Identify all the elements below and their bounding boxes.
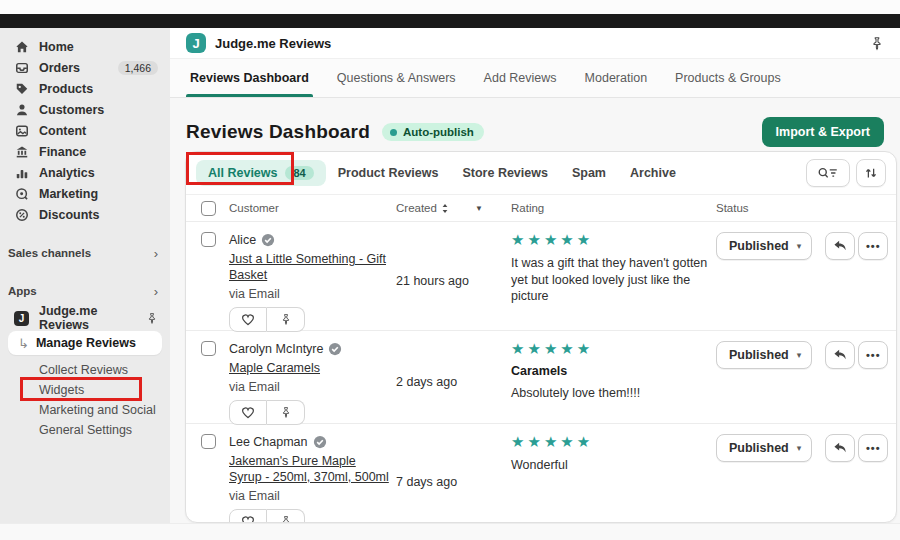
review-row: Carolyn McIntyre Maple Caramels via Emai…: [186, 331, 896, 424]
status-dropdown[interactable]: Published▾: [716, 232, 812, 260]
product-link[interactable]: Jakeman's Pure Maple Syrup - 250ml, 370m…: [229, 453, 389, 485]
tab-products-groups[interactable]: Products & Groups: [661, 59, 795, 97]
reply-button[interactable]: [825, 232, 855, 260]
tab-questions-answers[interactable]: Questions & Answers: [323, 59, 470, 97]
row-checkbox[interactable]: [201, 232, 216, 247]
favorite-button[interactable]: [229, 307, 267, 332]
more-options-button[interactable]: •••: [858, 434, 888, 462]
column-header-created[interactable]: Created: [396, 202, 437, 214]
import-export-button[interactable]: Import & Export: [762, 117, 884, 147]
row-checkbox[interactable]: [201, 341, 216, 356]
sidebar-item-general-settings[interactable]: General Settings: [0, 420, 170, 440]
review-body: Absolutely love them!!!!: [511, 385, 711, 402]
tab-add-reviews[interactable]: Add Reviews: [470, 59, 571, 97]
product-link[interactable]: Maple Caramels: [229, 360, 389, 376]
pin-icon[interactable]: [146, 312, 158, 325]
filter-tab-product-reviews[interactable]: Product Reviews: [326, 160, 451, 186]
sort-arrows-icon: [864, 166, 878, 180]
sidebar-item-discounts[interactable]: Discounts: [0, 204, 170, 225]
page-title: Reviews Dashboard: [186, 121, 370, 143]
pin-review-button[interactable]: [267, 509, 305, 523]
reply-arrow-icon: [833, 442, 847, 454]
more-options-button[interactable]: •••: [858, 232, 888, 260]
branch-arrow-icon: ↳: [18, 336, 29, 351]
product-link[interactable]: Just a Little Something - Gift Basket: [229, 251, 389, 283]
chart-icon: [14, 165, 29, 180]
more-options-button[interactable]: •••: [858, 341, 888, 369]
column-header-rating[interactable]: Rating: [511, 202, 716, 214]
star-rating: ★★★★★: [511, 232, 716, 248]
search-filter-button[interactable]: [806, 159, 850, 187]
sidebar-item-home[interactable]: Home: [0, 36, 170, 57]
discount-icon: [14, 207, 29, 222]
reply-button[interactable]: [825, 434, 855, 462]
search-icon: [817, 166, 839, 180]
sidebar-item-marketing[interactable]: Marketing: [0, 183, 170, 204]
sidebar-item-widgets[interactable]: Widgets: [0, 380, 170, 400]
sidebar-item-marketing-and-social[interactable]: Marketing and Social: [0, 400, 170, 420]
column-header-status[interactable]: Status: [716, 202, 896, 214]
review-source: via Email: [229, 488, 396, 504]
pin-review-button[interactable]: [267, 307, 305, 332]
sidebar-item-products[interactable]: Products: [0, 78, 170, 99]
sort-button[interactable]: [856, 159, 886, 187]
status-dropdown[interactable]: Published▾: [716, 434, 812, 462]
sidebar-section-apps[interactable]: Apps ›: [0, 281, 170, 301]
content-icon: [14, 123, 29, 138]
review-row: Alice Just a Little Something - Gift Bas…: [186, 222, 896, 331]
sidebar-item-customers[interactable]: Customers: [0, 99, 170, 120]
sidebar-item-judgeme-app[interactable]: J Judge.me Reviews: [0, 307, 170, 329]
reply-button[interactable]: [825, 341, 855, 369]
review-created: 7 days ago: [396, 434, 511, 523]
bank-icon: [14, 144, 29, 159]
sidebar-item-finance[interactable]: Finance: [0, 141, 170, 162]
status-dropdown[interactable]: Published▾: [716, 341, 812, 369]
star-rating: ★★★★★: [511, 434, 716, 450]
pin-icon: [280, 313, 292, 326]
sidebar-section-sales-channels[interactable]: Sales channels ›: [0, 243, 170, 263]
customer-name: Carolyn McIntyre: [229, 342, 323, 356]
sidebar-item-analytics[interactable]: Analytics: [0, 162, 170, 183]
sort-toggle-icon[interactable]: [441, 203, 449, 214]
favorite-button[interactable]: [229, 509, 267, 523]
filter-tab-all-reviews[interactable]: All Reviews 84: [196, 160, 326, 186]
favorite-button[interactable]: [229, 400, 267, 425]
more-dots-icon: •••: [866, 240, 881, 252]
admin-sidebar: Home Orders 1,466 Products Customers Con…: [0, 28, 170, 523]
filter-tab-spam[interactable]: Spam: [560, 160, 618, 186]
chevron-down-icon: ▾: [797, 443, 802, 453]
sidebar-item-manage-reviews[interactable]: ↳ Manage Reviews: [8, 331, 162, 355]
all-reviews-count-badge: 84: [285, 166, 313, 180]
reviews-card: All Reviews 84 Product Reviews Store Rev…: [185, 151, 897, 523]
customer-name: Alice: [229, 233, 256, 247]
sidebar-item-orders[interactable]: Orders 1,466: [0, 57, 170, 78]
pin-review-button[interactable]: [267, 400, 305, 425]
sidebar-item-collect-reviews[interactable]: Collect Reviews: [0, 360, 170, 380]
more-dots-icon: •••: [866, 442, 881, 454]
chevron-down-icon: ▾: [797, 241, 802, 251]
filter-tab-archive[interactable]: Archive: [618, 160, 688, 186]
review-body: Wonderful: [511, 457, 711, 474]
sidebar-item-content[interactable]: Content: [0, 120, 170, 141]
page-content: Reviews Dashboard Auto-publish Import & …: [170, 99, 900, 540]
reply-arrow-icon: [833, 240, 847, 252]
home-icon: [14, 39, 29, 54]
created-filter-caret-icon[interactable]: ▼: [475, 204, 483, 213]
tag-icon: [14, 81, 29, 96]
filter-tab-store-reviews[interactable]: Store Reviews: [450, 160, 559, 186]
column-header-customer[interactable]: Customer: [229, 202, 396, 214]
judgeme-logo-icon: J: [14, 311, 29, 326]
heart-icon: [241, 406, 255, 419]
table-header: Customer Created ▼ Rating Status: [186, 195, 896, 222]
orders-count-badge: 1,466: [118, 61, 158, 75]
more-dots-icon: •••: [866, 349, 881, 361]
row-checkbox[interactable]: [201, 434, 216, 449]
pin-icon[interactable]: [870, 36, 884, 51]
screen: Home Orders 1,466 Products Customers Con…: [0, 0, 900, 540]
select-all-checkbox[interactable]: [201, 201, 216, 216]
app-tab-bar: Reviews Dashboard Questions & Answers Ad…: [170, 58, 900, 98]
app-header: J Judge.me Reviews: [170, 28, 900, 58]
review-row: Lee Chapman Jakeman's Pure Maple Syrup -…: [186, 424, 896, 523]
tab-moderation[interactable]: Moderation: [571, 59, 662, 97]
tab-reviews-dashboard[interactable]: Reviews Dashboard: [176, 59, 323, 97]
